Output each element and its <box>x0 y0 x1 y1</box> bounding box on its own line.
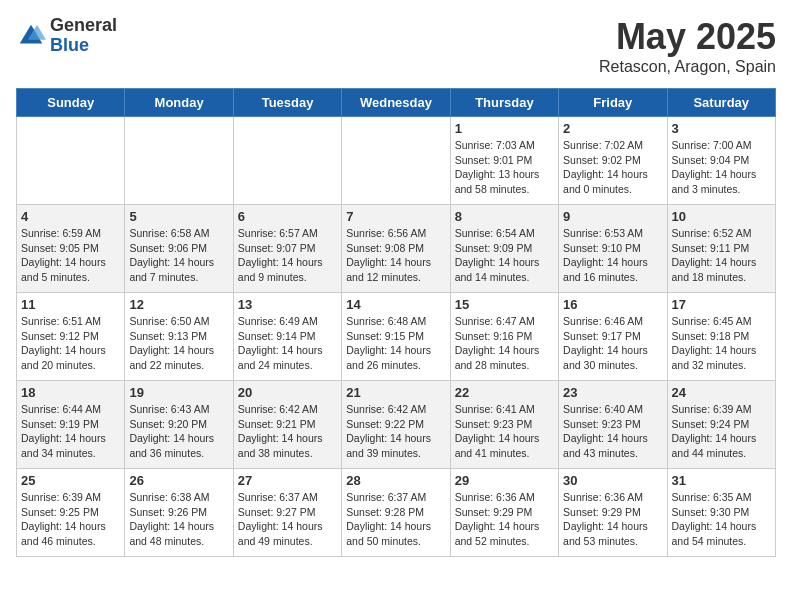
cell-info: Sunrise: 6:37 AMSunset: 9:28 PMDaylight:… <box>346 490 445 549</box>
calendar-row-4: 25Sunrise: 6:39 AMSunset: 9:25 PMDayligh… <box>17 469 776 557</box>
cell-info: Sunrise: 6:47 AMSunset: 9:16 PMDaylight:… <box>455 314 554 373</box>
day-number: 8 <box>455 209 554 224</box>
title-block: May 2025 Retascon, Aragon, Spain <box>599 16 776 76</box>
day-number: 29 <box>455 473 554 488</box>
calendar-cell: 16Sunrise: 6:46 AMSunset: 9:17 PMDayligh… <box>559 293 667 381</box>
calendar-cell: 12Sunrise: 6:50 AMSunset: 9:13 PMDayligh… <box>125 293 233 381</box>
cell-info: Sunrise: 6:39 AMSunset: 9:25 PMDaylight:… <box>21 490 120 549</box>
calendar-cell: 15Sunrise: 6:47 AMSunset: 9:16 PMDayligh… <box>450 293 558 381</box>
calendar-cell: 10Sunrise: 6:52 AMSunset: 9:11 PMDayligh… <box>667 205 775 293</box>
logo-text: General Blue <box>50 16 117 56</box>
cell-info: Sunrise: 6:53 AMSunset: 9:10 PMDaylight:… <box>563 226 662 285</box>
day-number: 2 <box>563 121 662 136</box>
header-monday: Monday <box>125 89 233 117</box>
day-number: 5 <box>129 209 228 224</box>
calendar-table: SundayMondayTuesdayWednesdayThursdayFrid… <box>16 88 776 557</box>
cell-info: Sunrise: 7:02 AMSunset: 9:02 PMDaylight:… <box>563 138 662 197</box>
calendar-cell: 19Sunrise: 6:43 AMSunset: 9:20 PMDayligh… <box>125 381 233 469</box>
calendar-cell <box>125 117 233 205</box>
day-number: 16 <box>563 297 662 312</box>
logo: General Blue <box>16 16 117 56</box>
day-number: 19 <box>129 385 228 400</box>
calendar-cell: 18Sunrise: 6:44 AMSunset: 9:19 PMDayligh… <box>17 381 125 469</box>
cell-info: Sunrise: 6:36 AMSunset: 9:29 PMDaylight:… <box>455 490 554 549</box>
day-number: 30 <box>563 473 662 488</box>
calendar-row-2: 11Sunrise: 6:51 AMSunset: 9:12 PMDayligh… <box>17 293 776 381</box>
calendar-cell: 9Sunrise: 6:53 AMSunset: 9:10 PMDaylight… <box>559 205 667 293</box>
cell-info: Sunrise: 6:46 AMSunset: 9:17 PMDaylight:… <box>563 314 662 373</box>
day-number: 28 <box>346 473 445 488</box>
cell-info: Sunrise: 6:40 AMSunset: 9:23 PMDaylight:… <box>563 402 662 461</box>
cell-info: Sunrise: 6:57 AMSunset: 9:07 PMDaylight:… <box>238 226 337 285</box>
calendar-cell <box>342 117 450 205</box>
day-number: 18 <box>21 385 120 400</box>
day-number: 27 <box>238 473 337 488</box>
header-row: SundayMondayTuesdayWednesdayThursdayFrid… <box>17 89 776 117</box>
day-number: 25 <box>21 473 120 488</box>
calendar-cell: 24Sunrise: 6:39 AMSunset: 9:24 PMDayligh… <box>667 381 775 469</box>
day-number: 1 <box>455 121 554 136</box>
calendar-cell: 11Sunrise: 6:51 AMSunset: 9:12 PMDayligh… <box>17 293 125 381</box>
cell-info: Sunrise: 6:42 AMSunset: 9:22 PMDaylight:… <box>346 402 445 461</box>
calendar-cell: 25Sunrise: 6:39 AMSunset: 9:25 PMDayligh… <box>17 469 125 557</box>
day-number: 14 <box>346 297 445 312</box>
calendar-cell: 3Sunrise: 7:00 AMSunset: 9:04 PMDaylight… <box>667 117 775 205</box>
day-number: 11 <box>21 297 120 312</box>
logo-icon <box>16 21 46 51</box>
day-number: 21 <box>346 385 445 400</box>
day-number: 6 <box>238 209 337 224</box>
calendar-cell: 2Sunrise: 7:02 AMSunset: 9:02 PMDaylight… <box>559 117 667 205</box>
cell-info: Sunrise: 6:43 AMSunset: 9:20 PMDaylight:… <box>129 402 228 461</box>
cell-info: Sunrise: 6:58 AMSunset: 9:06 PMDaylight:… <box>129 226 228 285</box>
day-number: 17 <box>672 297 771 312</box>
calendar-cell: 5Sunrise: 6:58 AMSunset: 9:06 PMDaylight… <box>125 205 233 293</box>
calendar-row-0: 1Sunrise: 7:03 AMSunset: 9:01 PMDaylight… <box>17 117 776 205</box>
cell-info: Sunrise: 6:56 AMSunset: 9:08 PMDaylight:… <box>346 226 445 285</box>
cell-info: Sunrise: 6:41 AMSunset: 9:23 PMDaylight:… <box>455 402 554 461</box>
calendar-cell <box>233 117 341 205</box>
month-title: May 2025 <box>599 16 776 58</box>
day-number: 22 <box>455 385 554 400</box>
calendar-cell: 28Sunrise: 6:37 AMSunset: 9:28 PMDayligh… <box>342 469 450 557</box>
page-header: General Blue May 2025 Retascon, Aragon, … <box>16 16 776 76</box>
day-number: 7 <box>346 209 445 224</box>
header-friday: Friday <box>559 89 667 117</box>
day-number: 12 <box>129 297 228 312</box>
location-title: Retascon, Aragon, Spain <box>599 58 776 76</box>
calendar-cell: 7Sunrise: 6:56 AMSunset: 9:08 PMDaylight… <box>342 205 450 293</box>
calendar-cell: 30Sunrise: 6:36 AMSunset: 9:29 PMDayligh… <box>559 469 667 557</box>
calendar-row-1: 4Sunrise: 6:59 AMSunset: 9:05 PMDaylight… <box>17 205 776 293</box>
cell-info: Sunrise: 6:54 AMSunset: 9:09 PMDaylight:… <box>455 226 554 285</box>
cell-info: Sunrise: 6:50 AMSunset: 9:13 PMDaylight:… <box>129 314 228 373</box>
cell-info: Sunrise: 6:59 AMSunset: 9:05 PMDaylight:… <box>21 226 120 285</box>
cell-info: Sunrise: 6:51 AMSunset: 9:12 PMDaylight:… <box>21 314 120 373</box>
calendar-cell: 26Sunrise: 6:38 AMSunset: 9:26 PMDayligh… <box>125 469 233 557</box>
calendar-cell: 31Sunrise: 6:35 AMSunset: 9:30 PMDayligh… <box>667 469 775 557</box>
cell-info: Sunrise: 6:45 AMSunset: 9:18 PMDaylight:… <box>672 314 771 373</box>
calendar-cell: 29Sunrise: 6:36 AMSunset: 9:29 PMDayligh… <box>450 469 558 557</box>
calendar-body: 1Sunrise: 7:03 AMSunset: 9:01 PMDaylight… <box>17 117 776 557</box>
cell-info: Sunrise: 6:38 AMSunset: 9:26 PMDaylight:… <box>129 490 228 549</box>
calendar-header: SundayMondayTuesdayWednesdayThursdayFrid… <box>17 89 776 117</box>
cell-info: Sunrise: 6:44 AMSunset: 9:19 PMDaylight:… <box>21 402 120 461</box>
header-saturday: Saturday <box>667 89 775 117</box>
day-number: 13 <box>238 297 337 312</box>
calendar-cell: 4Sunrise: 6:59 AMSunset: 9:05 PMDaylight… <box>17 205 125 293</box>
day-number: 10 <box>672 209 771 224</box>
calendar-row-3: 18Sunrise: 6:44 AMSunset: 9:19 PMDayligh… <box>17 381 776 469</box>
cell-info: Sunrise: 6:52 AMSunset: 9:11 PMDaylight:… <box>672 226 771 285</box>
cell-info: Sunrise: 6:35 AMSunset: 9:30 PMDaylight:… <box>672 490 771 549</box>
cell-info: Sunrise: 7:03 AMSunset: 9:01 PMDaylight:… <box>455 138 554 197</box>
cell-info: Sunrise: 6:36 AMSunset: 9:29 PMDaylight:… <box>563 490 662 549</box>
calendar-cell: 23Sunrise: 6:40 AMSunset: 9:23 PMDayligh… <box>559 381 667 469</box>
cell-info: Sunrise: 6:49 AMSunset: 9:14 PMDaylight:… <box>238 314 337 373</box>
calendar-cell: 21Sunrise: 6:42 AMSunset: 9:22 PMDayligh… <box>342 381 450 469</box>
calendar-cell: 1Sunrise: 7:03 AMSunset: 9:01 PMDaylight… <box>450 117 558 205</box>
logo-general: General <box>50 16 117 36</box>
day-number: 4 <box>21 209 120 224</box>
calendar-cell: 20Sunrise: 6:42 AMSunset: 9:21 PMDayligh… <box>233 381 341 469</box>
cell-info: Sunrise: 6:39 AMSunset: 9:24 PMDaylight:… <box>672 402 771 461</box>
day-number: 15 <box>455 297 554 312</box>
cell-info: Sunrise: 7:00 AMSunset: 9:04 PMDaylight:… <box>672 138 771 197</box>
header-tuesday: Tuesday <box>233 89 341 117</box>
